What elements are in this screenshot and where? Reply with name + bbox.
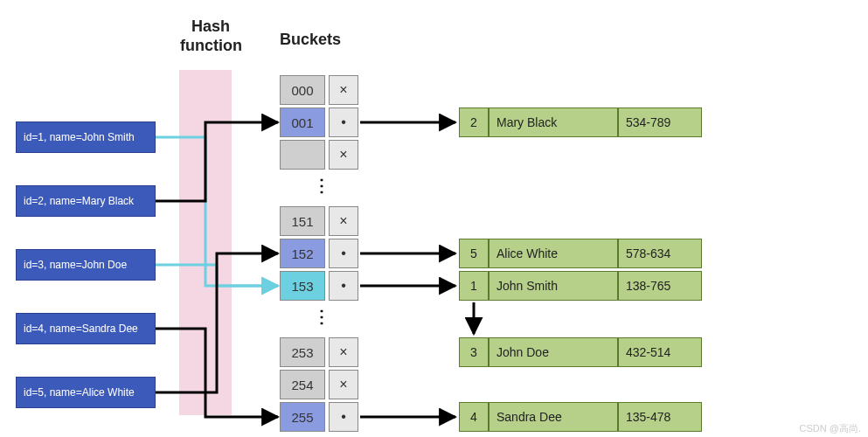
input-label: id=1, name=John Smith — [24, 131, 135, 143]
title-hash-function: Hash function — [180, 17, 241, 55]
record-name: Sandra Dee — [489, 402, 618, 432]
bucket-index: 000 — [280, 75, 325, 105]
bucket-pointer: • — [329, 402, 358, 432]
bucket-pointer: • — [329, 108, 358, 137]
watermark: CSDN @高尚. — [800, 422, 861, 435]
connector-lines — [0, 0, 868, 437]
input-record-4: id=4, name=Sandra Dee — [16, 313, 156, 344]
bucket-pointer: × — [329, 206, 358, 236]
record-phone: 432-514 — [618, 337, 702, 367]
data-record: 1 John Smith 138-765 — [459, 271, 702, 301]
input-record-5: id=5, name=Alice White — [16, 377, 156, 408]
record-name: John Smith — [489, 271, 618, 301]
record-id: 4 — [459, 402, 489, 432]
record-id: 1 — [459, 271, 489, 301]
data-record: 5 Alice White 578-634 — [459, 239, 702, 268]
ellipsis: ⋮ — [313, 175, 332, 196]
record-id: 3 — [459, 337, 489, 367]
input-record-2: id=2, name=Mary Black — [16, 185, 156, 217]
data-record: 2 Mary Black 534-789 — [459, 108, 702, 137]
bucket-pointer: × — [329, 140, 358, 170]
bucket-index: 153 — [280, 271, 325, 301]
data-record: 4 Sandra Dee 135-478 — [459, 402, 702, 432]
input-record-3: id=3, name=John Doe — [16, 249, 156, 281]
record-phone: 578-634 — [618, 239, 702, 268]
input-label: id=3, name=John Doe — [24, 259, 127, 271]
bucket-pointer: × — [329, 370, 358, 399]
bucket-index: 151 — [280, 206, 325, 236]
bucket-pointer: • — [329, 239, 358, 268]
hash-function-column — [179, 70, 232, 415]
bucket-pointer: × — [329, 337, 358, 367]
title-buckets: Buckets — [280, 31, 341, 50]
input-label: id=2, name=Mary Black — [24, 195, 134, 207]
record-name: Mary Black — [489, 108, 618, 137]
input-label: id=4, name=Sandra Dee — [24, 323, 138, 335]
bucket-pointer: × — [329, 75, 358, 105]
record-name: Alice White — [489, 239, 618, 268]
ellipsis: ⋮ — [313, 306, 332, 327]
input-record-1: id=1, name=John Smith — [16, 121, 156, 153]
input-label: id=5, name=Alice White — [24, 386, 135, 399]
record-phone: 534-789 — [618, 108, 702, 137]
record-phone: 135-478 — [618, 402, 702, 432]
record-name: John Doe — [489, 337, 618, 367]
bucket-index — [280, 140, 325, 170]
bucket-pointer: • — [329, 271, 358, 301]
record-id: 2 — [459, 108, 489, 137]
bucket-index: 254 — [280, 370, 325, 399]
bucket-index: 253 — [280, 337, 325, 367]
bucket-index: 152 — [280, 239, 325, 268]
bucket-index: 255 — [280, 402, 325, 432]
bucket-index: 001 — [280, 108, 325, 137]
record-id: 5 — [459, 239, 489, 268]
data-record: 3 John Doe 432-514 — [459, 337, 702, 367]
record-phone: 138-765 — [618, 271, 702, 301]
